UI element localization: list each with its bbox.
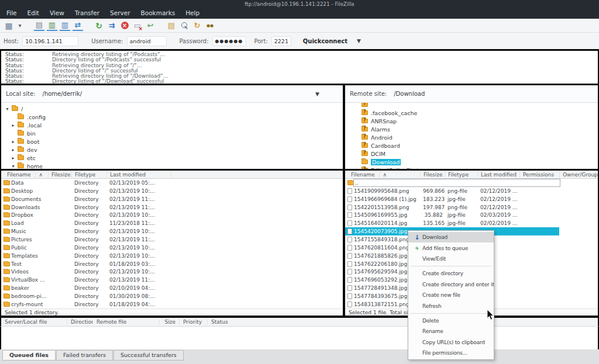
local-site-dropdown-icon[interactable]: ▼: [315, 91, 319, 97]
column-header-remote-file[interactable]: Remote file: [92, 319, 159, 325]
column-header-status[interactable]: Status: [207, 319, 598, 325]
toggle-remote-tree-icon[interactable]: [60, 20, 70, 31]
local-file-row[interactable]: Videos Directory 02/13/2019 10:...: [1, 268, 343, 276]
context-menu-item[interactable]: Create directory: [408, 268, 494, 279]
local-file-row[interactable]: Templates Directory 02/13/2019 10:...: [1, 252, 343, 260]
local-file-row[interactable]: bedroom-pi... Directory 01/30/2019 08:..…: [1, 292, 343, 300]
tree-item[interactable]: .facebook_cache: [345, 109, 598, 117]
local-file-row[interactable]: cryfs-mount Directory 01/18/2019 04:...: [1, 300, 343, 308]
local-file-row[interactable]: Downloads Directory 02/13/2019 11:...: [1, 203, 343, 212]
context-menu-item[interactable]: Refresh: [408, 300, 494, 311]
local-file-row[interactable]: VirtualBox ... Directory 02/13/2019 11:.…: [1, 276, 343, 284]
remote-file-row[interactable]: 1541909995648.png 969.866 png-file 02/12…: [345, 187, 559, 195]
remote-file-row[interactable]: ..: [345, 179, 559, 187]
column-header-filesize[interactable]: Filesize: [48, 171, 71, 179]
tree-item[interactable]: boot: [1, 137, 343, 145]
remote-file-row[interactable]: 1542201513958.png 197.987 png-file 02/12…: [345, 203, 559, 212]
local-file-row[interactable]: Data Directory 02/13/2019 05:...: [1, 179, 343, 187]
context-menu-item[interactable]: Rename: [408, 326, 494, 337]
tree-item[interactable]: dev: [1, 145, 343, 154]
queue-tab[interactable]: Queued files: [2, 350, 56, 360]
context-menu-item[interactable]: Copy URL(s) to clipboard: [408, 337, 494, 348]
menubar-item[interactable]: Help: [180, 8, 205, 19]
expander-icon[interactable]: [10, 155, 16, 161]
menubar-item[interactable]: Bookmarks: [136, 8, 181, 19]
quickconnect-dropdown-icon[interactable]: ▼: [357, 38, 361, 44]
column-header-direction[interactable]: Direction: [67, 319, 92, 325]
remote-file-row[interactable]: 1541966969684 (1).jpg 183.223 jpg-file 0…: [345, 195, 559, 203]
column-header-filename[interactable]: Filename ∧: [345, 171, 420, 179]
column-header-size[interactable]: Size: [159, 319, 179, 325]
toggle-local-tree-icon[interactable]: [47, 20, 57, 31]
column-header-server-local-file[interactable]: Server/Local file: [1, 319, 67, 325]
local-file-row[interactable]: Load Directory 11/23/2018 11:...: [1, 219, 343, 227]
remote-file-row[interactable]: 1545164020114.jpg 135.165 jpg-file 02/02…: [345, 219, 559, 227]
column-header-priority[interactable]: Priority: [179, 319, 207, 325]
refresh-icon[interactable]: [94, 20, 104, 31]
context-menu-item[interactable]: [411, 313, 491, 314]
expander-icon[interactable]: [10, 123, 16, 128]
synchronized-browsing-icon[interactable]: [192, 20, 202, 31]
tree-item[interactable]: home: [1, 162, 343, 169]
toggle-transfer-queue-icon[interactable]: [73, 20, 83, 31]
column-header-permissions[interactable]: Permissions: [519, 171, 559, 179]
tree-item[interactable]: Download: [345, 158, 598, 166]
compare-directories-icon[interactable]: [179, 20, 190, 31]
menubar-item[interactable]: Server: [105, 8, 135, 19]
directory-filter-icon[interactable]: [166, 20, 177, 31]
remote-site-combobox[interactable]: /Download: [394, 91, 425, 97]
tree-item[interactable]: .config: [1, 113, 343, 121]
column-header-modified[interactable]: Last modified: [106, 171, 171, 179]
context-menu-item[interactable]: View/Edit: [408, 254, 494, 264]
tree-item[interactable]: [345, 103, 598, 109]
context-menu-item[interactable]: Create directory and enter it: [408, 279, 494, 290]
process-queue-icon[interactable]: [106, 20, 117, 31]
port-input[interactable]: [271, 36, 291, 46]
disconnect-icon[interactable]: [132, 20, 143, 31]
tree-item[interactable]: Android: [345, 133, 598, 141]
column-header-owner[interactable]: Owner/Group: [559, 171, 598, 179]
local-file-row[interactable]: Test Directory 01/18/2019 03:...: [1, 260, 343, 268]
quickconnect-button[interactable]: Quickconnect: [303, 38, 347, 44]
menubar-item[interactable]: Transfer: [70, 8, 105, 19]
menubar-item[interactable]: Edit: [22, 8, 44, 19]
tree-item[interactable]: Alarms: [345, 125, 598, 133]
queue-tab[interactable]: Successful transfers: [113, 350, 184, 360]
site-manager-dropdown-icon[interactable]: [16, 20, 23, 31]
local-file-row[interactable]: Public Directory 02/13/2019 10:...: [1, 244, 343, 252]
expander-icon[interactable]: [10, 164, 16, 169]
tree-item[interactable]: DCIM: [345, 150, 598, 158]
menubar-item[interactable]: File: [1, 8, 22, 19]
column-header-modified[interactable]: Last modified: [477, 171, 519, 179]
context-menu-item[interactable]: Create new file: [408, 290, 494, 300]
tree-item[interactable]: etc: [1, 154, 343, 162]
local-file-row[interactable]: Pictures Directory 02/13/2019 11:...: [1, 235, 343, 244]
local-file-row[interactable]: Dropbox Directory 02/13/2019 10:...: [1, 211, 343, 219]
site-manager-icon[interactable]: [4, 20, 14, 31]
remote-file-row[interactable]: 1545096169955.jpg 35.882 jpg-file 02/03/…: [345, 211, 559, 219]
column-header-filesize[interactable]: Filesize: [420, 171, 445, 179]
toggle-message-log-icon[interactable]: [34, 20, 44, 31]
tree-item[interactable]: Cardboard: [345, 141, 598, 150]
local-file-row[interactable]: beaker Directory 02/10/2019 04:...: [1, 284, 343, 292]
column-header-filename[interactable]: Filename ∧: [1, 171, 48, 179]
column-header-filetype[interactable]: Filetype: [445, 171, 477, 179]
context-menu-item[interactable]: Download: [408, 232, 494, 242]
password-input[interactable]: [212, 36, 246, 46]
tree-item[interactable]: /: [1, 105, 343, 113]
local-file-row[interactable]: Desktop Directory 02/13/2019 10:...: [1, 187, 343, 195]
find-files-icon[interactable]: [205, 20, 215, 31]
menubar-item[interactable]: View: [44, 8, 70, 19]
context-menu-item[interactable]: Delete: [408, 316, 494, 326]
context-menu-item[interactable]: File permissions...: [408, 348, 494, 358]
host-input[interactable]: [22, 36, 78, 46]
cancel-icon[interactable]: [119, 20, 130, 31]
expander-icon[interactable]: [4, 106, 11, 112]
tree-item[interactable]: ANRSnap: [345, 117, 598, 125]
local-site-combobox[interactable]: /home/derrik/: [43, 91, 82, 97]
local-file-row[interactable]: Documents Directory 02/13/2019 11:...: [1, 195, 343, 203]
context-menu-item[interactable]: [411, 266, 491, 266]
column-header-filetype[interactable]: Filetype: [71, 171, 106, 179]
expander-icon[interactable]: [10, 147, 16, 152]
tree-item[interactable]: bin: [1, 129, 343, 137]
